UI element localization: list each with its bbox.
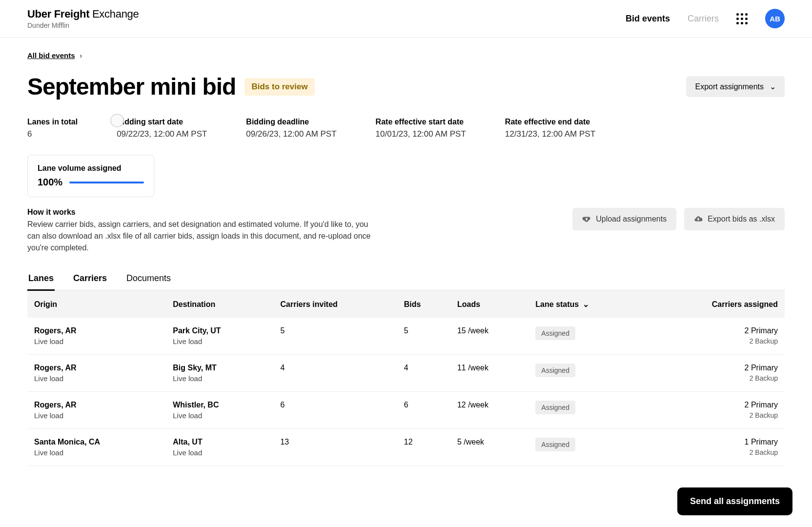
carriers-assigned-primary: 2 Primary xyxy=(653,364,778,372)
chevron-right-icon: › xyxy=(80,52,82,60)
loads-value: 15 /week xyxy=(450,318,528,355)
breadcrumb-all-bid-events[interactable]: All bid events xyxy=(27,51,75,60)
col-carriers-assigned[interactable]: Carriers assigned xyxy=(646,291,785,318)
col-destination[interactable]: Destination xyxy=(166,291,273,318)
origin-load-type: Live load xyxy=(34,337,159,345)
meta-value: 10/01/23, 12:00 AM PST xyxy=(376,129,466,139)
content: All bid events › September mini bid Bids… xyxy=(0,38,812,525)
avatar[interactable]: AB xyxy=(765,9,785,28)
col-loads[interactable]: Loads xyxy=(450,291,528,318)
title-left: September mini bid Bids to review xyxy=(27,73,315,100)
meta-label: Lanes in total xyxy=(27,118,78,126)
origin-load-type: Live load xyxy=(34,448,159,457)
upload-assignments-button[interactable]: Upload assignments xyxy=(572,208,676,230)
meta-rate-start: Rate effective start date 10/01/23, 12:0… xyxy=(376,118,466,139)
carriers-assigned-backup: 2 Backup xyxy=(653,337,778,345)
meta-value: 09/22/23, 12:00 AM PST xyxy=(117,129,207,139)
logo[interactable]: Uber Freight Exchange Dunder Mifflin xyxy=(27,8,139,29)
page-title: September mini bid xyxy=(27,73,236,100)
destination-load-type: Live load xyxy=(173,374,266,383)
origin-city: Rogers, AR xyxy=(34,326,159,335)
carriers-assigned-backup: 2 Backup xyxy=(653,411,778,419)
carriers-assigned-primary: 1 Primary xyxy=(653,438,778,446)
logo-subtitle: Dunder Mifflin xyxy=(27,21,139,29)
meta-value: 09/26/23, 12:00 AM PST xyxy=(246,129,336,139)
tab-documents[interactable]: Documents xyxy=(125,267,172,291)
export-bids-label: Export bids as .xlsx xyxy=(708,215,775,223)
how-it-works-text-block: How it works Review carrier bids, assign… xyxy=(27,208,379,254)
nav-bid-events[interactable]: Bid events xyxy=(626,14,670,24)
loads-value: 12 /week xyxy=(450,392,528,429)
how-it-works-title: How it works xyxy=(27,208,379,217)
export-bids-button[interactable]: Export bids as .xlsx xyxy=(684,208,785,230)
lane-status-pill: Assigned xyxy=(535,401,575,414)
table-row[interactable]: Santa Monica, CALive loadAlta, UTLive lo… xyxy=(27,429,785,466)
upload-assignments-label: Upload assignments xyxy=(596,215,667,223)
col-lane-status[interactable]: Lane status⌄ xyxy=(528,291,646,318)
title-row: September mini bid Bids to review Export… xyxy=(27,73,785,100)
header-right: Bid events Carriers AB xyxy=(626,9,785,28)
logo-main: Uber Freight Exchange xyxy=(27,8,139,20)
header: Uber Freight Exchange Dunder Mifflin Bid… xyxy=(0,0,812,38)
tab-lanes[interactable]: Lanes xyxy=(27,267,55,291)
bids-value: 5 xyxy=(397,318,450,355)
lane-status-pill: Assigned xyxy=(535,438,575,451)
breadcrumb: All bid events › xyxy=(27,51,785,60)
destination-city: Whistler, BC xyxy=(173,401,266,409)
nav-carriers[interactable]: Carriers xyxy=(688,14,719,24)
destination-city: Park City, UT xyxy=(173,326,266,335)
destination-load-type: Live load xyxy=(173,337,266,345)
origin-city: Rogers, AR xyxy=(34,364,159,372)
how-it-works-row: How it works Review carrier bids, assign… xyxy=(27,208,785,254)
meta-label: Rate effective start date xyxy=(376,118,466,126)
origin-city: Rogers, AR xyxy=(34,401,159,409)
apps-grid-icon[interactable] xyxy=(736,13,748,24)
cloud-upload-icon xyxy=(582,215,591,223)
volume-label: Lane volume assigned xyxy=(38,164,144,173)
carriers-invited-value: 4 xyxy=(273,355,397,392)
status-badge: Bids to review xyxy=(244,78,314,96)
meta-value: 12/31/23, 12:00 AM PST xyxy=(505,129,595,139)
col-origin[interactable]: Origin xyxy=(27,291,166,318)
bids-value: 6 xyxy=(397,392,450,429)
destination-load-type: Live load xyxy=(173,411,266,420)
meta-label: Rate effective end date xyxy=(505,118,595,126)
tabs: Lanes Carriers Documents xyxy=(27,267,785,291)
table-row[interactable]: Rogers, ARLive loadPark City, UTLive loa… xyxy=(27,318,785,355)
meta-rate-end: Rate effective end date 12/31/23, 12:00 … xyxy=(505,118,595,139)
bids-value: 12 xyxy=(397,429,450,466)
destination-load-type: Live load xyxy=(173,448,266,457)
meta-bid-start: Bidding start date 09/22/23, 12:00 AM PS… xyxy=(117,118,207,139)
chevron-down-icon: ⌄ xyxy=(770,82,776,91)
col-carriers-invited[interactable]: Carriers invited xyxy=(273,291,397,318)
how-it-works-text: Review carrier bids, assign carriers, an… xyxy=(27,219,379,254)
chevron-down-icon: ⌄ xyxy=(583,300,589,309)
tab-carriers[interactable]: Carriers xyxy=(72,267,108,291)
volume-row: 100% xyxy=(38,177,144,188)
export-assignments-button[interactable]: Export assignments ⌄ xyxy=(686,76,785,97)
meta-row: Lanes in total 6 Bidding start date 09/2… xyxy=(27,118,785,139)
lane-status-pill: Assigned xyxy=(535,364,575,377)
cloud-download-icon xyxy=(694,215,703,223)
origin-load-type: Live load xyxy=(34,374,159,383)
destination-city: Big Sky, MT xyxy=(173,364,266,372)
table-row[interactable]: Rogers, ARLive loadBig Sky, MTLive load4… xyxy=(27,355,785,392)
volume-pct: 100% xyxy=(38,177,62,188)
meta-label: Bidding start date xyxy=(117,118,207,126)
export-assignments-label: Export assignments xyxy=(695,82,764,91)
carriers-assigned-primary: 2 Primary xyxy=(653,326,778,335)
carriers-invited-value: 13 xyxy=(273,429,397,466)
origin-city: Santa Monica, CA xyxy=(34,438,159,446)
meta-value: 6 xyxy=(27,129,78,139)
loads-value: 11 /week xyxy=(450,355,528,392)
table-header-row: Origin Destination Carriers invited Bids… xyxy=(27,291,785,318)
action-buttons: Upload assignments Export bids as .xlsx xyxy=(572,208,785,230)
loads-value: 5 /week xyxy=(450,429,528,466)
meta-bid-deadline: Bidding deadline 09/26/23, 12:00 AM PST xyxy=(246,118,336,139)
lane-status-pill: Assigned xyxy=(535,326,575,340)
carriers-assigned-backup: 2 Backup xyxy=(653,374,778,382)
send-all-assignments-button[interactable]: Send all assignments xyxy=(677,487,792,515)
col-bids[interactable]: Bids xyxy=(397,291,450,318)
volume-progress-bar xyxy=(69,182,144,183)
table-row[interactable]: Rogers, ARLive loadWhistler, BCLive load… xyxy=(27,392,785,429)
